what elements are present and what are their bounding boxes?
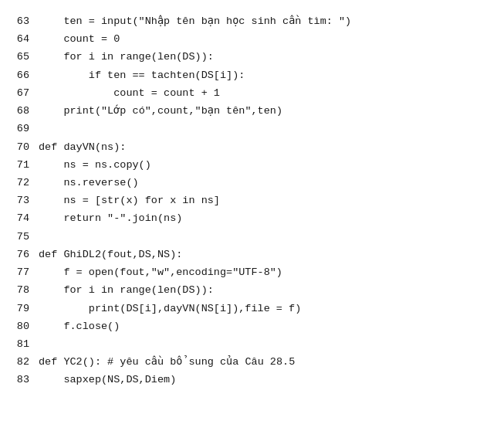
table-row: 70def dayVN(ns):: [0, 138, 480, 156]
line-number: 83: [6, 371, 29, 389]
line-content: print(DS[i],dayVN(NS[i]),file = f): [39, 300, 301, 317]
table-row: 75: [0, 228, 480, 246]
table-row: 76def GhiDL2(fout,DS,NS):: [0, 246, 480, 263]
table-row: 80 f.close(): [0, 317, 480, 335]
table-row: 68 print("Lớp có",count,"bạn tên",ten): [0, 102, 480, 120]
line-number: 67: [6, 84, 29, 102]
line-content: f = open(fout,"w",encoding="UTF-8"): [39, 263, 282, 281]
line-content: f.close(): [39, 317, 120, 335]
table-row: 83 sapxep(NS,DS,Diem): [0, 371, 480, 389]
table-row: 73 ns = [str(x) for x in ns]: [0, 192, 480, 209]
line-number: 76: [6, 246, 29, 263]
line-number: 75: [6, 228, 29, 246]
line-content: for i in range(len(DS)):: [39, 281, 214, 299]
table-row: 77 f = open(fout,"w",encoding="UTF-8"): [0, 263, 480, 281]
table-row: 82def YC2(): # yêu cầu bổ sung của Câu 2…: [0, 353, 480, 371]
line-number: 63: [6, 12, 29, 30]
table-row: 81: [0, 335, 480, 353]
line-number: 78: [6, 281, 29, 299]
line-content: def dayVN(ns):: [39, 138, 126, 156]
table-row: 67 count = count + 1: [0, 84, 480, 102]
line-number: 81: [6, 335, 29, 353]
table-row: 74 return "-".join(ns): [0, 209, 480, 227]
line-content: ns = ns.copy(): [39, 156, 151, 174]
table-row: 66 if ten == tachten(DS[i]):: [0, 66, 480, 84]
line-content: if ten == tachten(DS[i]):: [39, 66, 245, 84]
table-row: 72 ns.reverse(): [0, 174, 480, 192]
line-content: ns = [str(x) for x in ns]: [39, 192, 220, 209]
line-number: 65: [6, 48, 29, 66]
line-number: 79: [6, 300, 29, 317]
table-row: 69: [0, 120, 480, 137]
line-number: 66: [6, 66, 29, 84]
line-content: def GhiDL2(fout,DS,NS):: [39, 246, 182, 263]
line-content: def YC2(): # yêu cầu bổ sung của Câu 28.…: [39, 353, 295, 371]
table-row: 63 ten = input("Nhập tên bạn học sinh cầ…: [0, 12, 480, 30]
line-number: 73: [6, 192, 29, 209]
line-content: sapxep(NS,DS,Diem): [39, 371, 176, 389]
line-content: count = 0: [39, 30, 120, 48]
line-content: ns.reverse(): [39, 174, 139, 192]
line-content: ten = input("Nhập tên bạn học sinh cần t…: [39, 12, 351, 30]
line-number: 69: [6, 120, 29, 137]
table-row: 79 print(DS[i],dayVN(NS[i]),file = f): [0, 300, 480, 317]
line-content: return "-".join(ns): [39, 209, 182, 227]
line-number: 72: [6, 174, 29, 192]
line-number: 64: [6, 30, 29, 48]
line-number: 80: [6, 317, 29, 335]
line-content: count = count + 1: [39, 84, 220, 102]
table-row: 64 count = 0: [0, 30, 480, 48]
line-number: 74: [6, 209, 29, 227]
line-content: print("Lớp có",count,"bạn tên",ten): [39, 102, 282, 120]
line-number: 82: [6, 353, 29, 371]
line-number: 70: [6, 138, 29, 156]
code-block: 63 ten = input("Nhập tên bạn học sinh cầ…: [0, 8, 480, 394]
line-number: 68: [6, 102, 29, 120]
table-row: 65 for i in range(len(DS)):: [0, 48, 480, 66]
line-number: 77: [6, 263, 29, 281]
line-content: for i in range(len(DS)):: [39, 48, 214, 66]
table-row: 78 for i in range(len(DS)):: [0, 281, 480, 299]
line-number: 71: [6, 156, 29, 174]
table-row: 71 ns = ns.copy(): [0, 156, 480, 174]
